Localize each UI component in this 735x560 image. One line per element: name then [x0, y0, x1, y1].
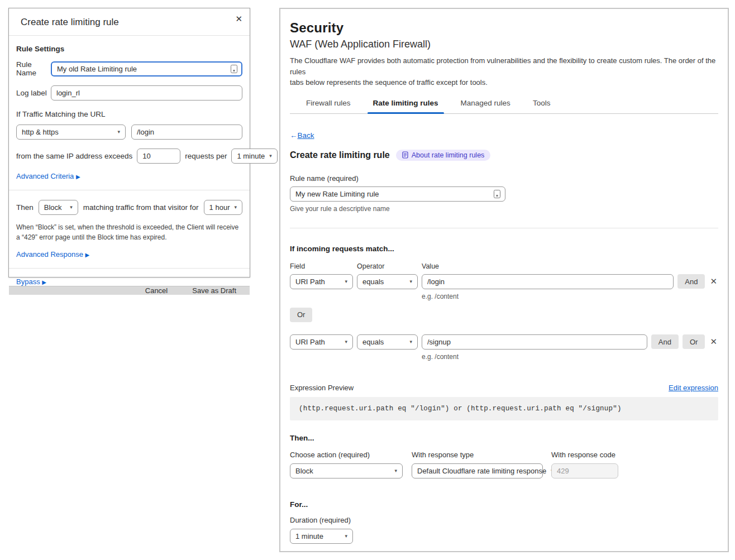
page-subtitle: WAF (Web Application Firewall)	[290, 39, 718, 50]
tab-tools[interactable]: Tools	[532, 97, 552, 113]
choose-action-label: Choose action (required)	[290, 451, 412, 459]
value-label: Value	[422, 262, 718, 270]
close-icon[interactable]: ✕	[235, 14, 242, 24]
about-rate-limiting-badge[interactable]: About rate limiting rules	[396, 150, 491, 161]
response-type-select[interactable]: Default Cloudflare rate limiting respons…	[412, 463, 543, 478]
threshold-row: from the same IP address exceeds request…	[16, 149, 242, 164]
section-divider	[9, 268, 250, 269]
for-section-heading: For...	[290, 500, 718, 509]
tab-managed-rules[interactable]: Managed rules	[460, 97, 512, 113]
then-section-heading: Then...	[290, 434, 718, 442]
chevron-down-icon: ▾	[70, 205, 73, 210]
arrow-left-icon: ←	[290, 131, 298, 140]
document-icon	[402, 151, 408, 159]
choose-action-select[interactable]: Block ▾	[290, 463, 403, 478]
page-title: Security	[290, 20, 718, 36]
block-note: When “Block” is set, when the threshold …	[16, 222, 242, 242]
expression-preview-label: Expression Preview	[290, 384, 354, 392]
section-divider	[290, 228, 718, 228]
edit-expression-link[interactable]: Edit expression	[669, 384, 718, 392]
waf-tabs: Firewall rules Rate limiting rules Manag…	[290, 97, 718, 114]
rule-settings-heading: Rule Settings	[16, 45, 242, 53]
section-divider	[9, 190, 250, 190]
log-label-input[interactable]	[51, 85, 242, 100]
bypass-link[interactable]: Bypass ▶	[16, 277, 46, 286]
modal-title: Create rate limiting rule	[21, 17, 119, 27]
then-label: Then	[16, 203, 34, 212]
or-connector-button[interactable]: Or	[290, 308, 312, 322]
arrow-right-icon: ▶	[76, 174, 80, 180]
requests-input[interactable]	[137, 149, 180, 164]
chevron-down-icon: ▾	[345, 534, 347, 539]
requests-per-text: requests per	[185, 152, 227, 160]
field-select[interactable]: URI Path ▾	[290, 334, 353, 350]
chevron-down-icon: ▾	[234, 205, 237, 210]
value-helper: e.g. /content	[422, 293, 718, 300]
log-label-row: Log label	[16, 85, 242, 100]
condition-column-labels: Field Operator Value	[290, 262, 718, 270]
response-code-input	[551, 463, 618, 478]
chevron-down-icon: ▾	[409, 279, 412, 284]
operator-select[interactable]: equals ▾	[357, 334, 418, 350]
modal-body: Rule Settings Rule Name Log label If Tra…	[9, 36, 250, 286]
url-input[interactable]	[131, 125, 242, 140]
page-description: The Cloudflare WAF provides both automat…	[290, 55, 718, 88]
rule-name-helper: Give your rule a descriptive name	[290, 205, 718, 213]
remove-condition-icon[interactable]: ✕	[709, 276, 718, 286]
back-link[interactable]: ←Back	[290, 131, 314, 140]
action-select[interactable]: Block ▾	[39, 200, 78, 215]
autofill-icon[interactable]	[231, 65, 237, 73]
rule-name-label: Rule Name	[16, 60, 51, 77]
operator-select[interactable]: equals ▾	[357, 274, 418, 289]
then-row: Then Block ▾ matching traffic from that …	[16, 200, 242, 215]
and-button[interactable]: And	[651, 334, 679, 349]
value-helper: e.g. /content	[422, 353, 718, 361]
save-as-draft-button[interactable]: Save as Draft	[192, 286, 236, 295]
match-section-heading: If incoming requests match...	[290, 245, 718, 253]
security-waf-panel: Security WAF (Web Application Firewall) …	[279, 8, 729, 552]
response-type-label: With response type	[412, 451, 551, 459]
duration-select[interactable]: 1 minute ▾	[290, 529, 353, 544]
tab-rate-limiting-rules[interactable]: Rate limiting rules	[372, 97, 440, 113]
chevron-down-icon: ▾	[394, 468, 397, 473]
duration-label: Duration (required)	[290, 516, 718, 524]
tab-firewall-rules[interactable]: Firewall rules	[305, 97, 352, 113]
advanced-criteria-link[interactable]: Advanced Criteria ▶	[16, 172, 80, 180]
rule-name-input[interactable]	[51, 61, 242, 76]
cancel-button[interactable]: Cancel	[145, 286, 168, 295]
rule-name-row: Rule Name	[16, 60, 242, 77]
value-input[interactable]	[422, 274, 674, 289]
expression-preview-box: (http.request.uri.path eq "/login") or (…	[290, 397, 718, 420]
modal-header: Create rate limiting rule ✕	[9, 8, 250, 35]
rule-name-label: Rule name (required)	[290, 174, 718, 183]
and-button[interactable]: And	[677, 274, 705, 289]
chevron-down-icon: ▾	[117, 130, 120, 135]
url-match-row: http & https ▾	[16, 125, 242, 140]
chevron-down-icon: ▾	[269, 154, 272, 159]
exceeds-text: from the same IP address exceeds	[16, 152, 132, 160]
modal-footer: Cancel Save as Draft	[9, 286, 250, 295]
operator-label: Operator	[357, 262, 422, 270]
log-label-label: Log label	[16, 89, 51, 97]
chevron-down-icon: ▾	[409, 339, 412, 344]
period-select[interactable]: 1 minute ▾	[231, 149, 277, 164]
autofill-icon[interactable]	[494, 190, 500, 198]
remove-condition-icon[interactable]: ✕	[709, 337, 718, 347]
field-select[interactable]: URI Path ▾	[290, 274, 353, 289]
matching-text: matching traffic from that visitor for	[83, 203, 199, 212]
create-rate-limit-modal: Create rate limiting rule ✕ Rule Setting…	[8, 8, 250, 277]
chevron-down-icon: ▾	[345, 339, 347, 344]
rule-name-input[interactable]	[290, 186, 505, 202]
traffic-matching-heading: If Traffic Matching the URL	[16, 110, 242, 118]
arrow-right-icon: ▶	[85, 252, 90, 258]
block-duration-select[interactable]: 1 hour ▾	[204, 200, 242, 215]
condition-row: URI Path ▾ equals ▾ And Or ✕	[290, 334, 718, 350]
condition-row: URI Path ▾ equals ▾ And ✕	[290, 274, 718, 289]
advanced-response-link[interactable]: Advanced Response ▶	[16, 250, 89, 259]
arrow-right-icon: ▶	[42, 279, 46, 285]
field-label: Field	[290, 262, 357, 270]
scheme-select[interactable]: http & https ▾	[16, 125, 126, 140]
or-button[interactable]: Or	[682, 334, 705, 349]
value-input[interactable]	[422, 334, 647, 350]
create-rule-heading: Create rate limiting rule	[290, 150, 390, 160]
